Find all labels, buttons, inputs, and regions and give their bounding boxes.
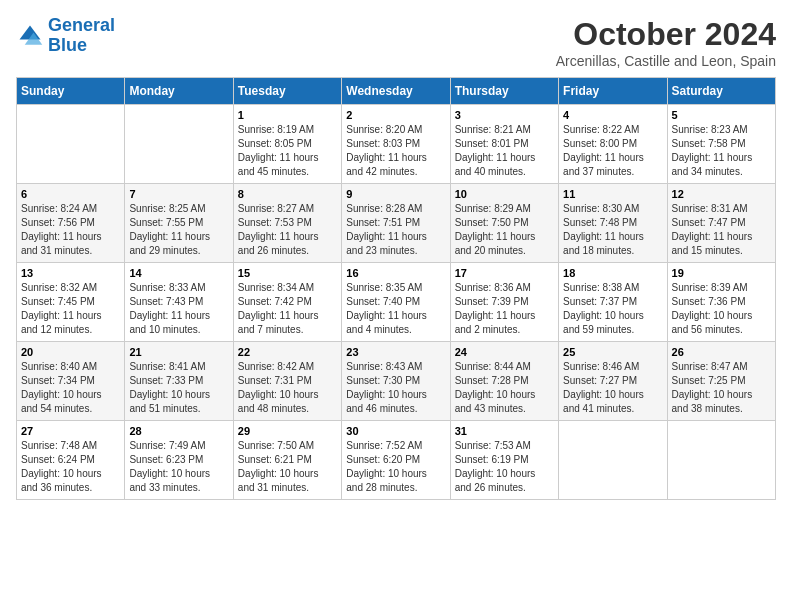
day-number: 31 (455, 425, 554, 437)
day-number: 24 (455, 346, 554, 358)
week-row-2: 6Sunrise: 8:24 AMSunset: 7:56 PMDaylight… (17, 184, 776, 263)
logo-text: General Blue (48, 16, 115, 56)
day-number: 14 (129, 267, 228, 279)
day-cell: 3Sunrise: 8:21 AMSunset: 8:01 PMDaylight… (450, 105, 558, 184)
day-cell: 26Sunrise: 8:47 AMSunset: 7:25 PMDayligh… (667, 342, 775, 421)
col-header-sunday: Sunday (17, 78, 125, 105)
day-number: 28 (129, 425, 228, 437)
logo-icon (16, 22, 44, 50)
day-detail: Sunrise: 8:24 AMSunset: 7:56 PMDaylight:… (21, 202, 120, 258)
day-number: 25 (563, 346, 662, 358)
day-cell: 4Sunrise: 8:22 AMSunset: 8:00 PMDaylight… (559, 105, 667, 184)
day-number: 26 (672, 346, 771, 358)
day-cell: 16Sunrise: 8:35 AMSunset: 7:40 PMDayligh… (342, 263, 450, 342)
day-detail: Sunrise: 8:47 AMSunset: 7:25 PMDaylight:… (672, 360, 771, 416)
day-number: 12 (672, 188, 771, 200)
day-number: 8 (238, 188, 337, 200)
day-cell: 30Sunrise: 7:52 AMSunset: 6:20 PMDayligh… (342, 421, 450, 500)
col-header-thursday: Thursday (450, 78, 558, 105)
day-cell: 24Sunrise: 8:44 AMSunset: 7:28 PMDayligh… (450, 342, 558, 421)
day-detail: Sunrise: 7:50 AMSunset: 6:21 PMDaylight:… (238, 439, 337, 495)
page-header: General Blue October 2024 Arcenillas, Ca… (16, 16, 776, 69)
location: Arcenillas, Castille and Leon, Spain (556, 53, 776, 69)
day-cell: 11Sunrise: 8:30 AMSunset: 7:48 PMDayligh… (559, 184, 667, 263)
day-number: 5 (672, 109, 771, 121)
day-cell: 29Sunrise: 7:50 AMSunset: 6:21 PMDayligh… (233, 421, 341, 500)
week-row-4: 20Sunrise: 8:40 AMSunset: 7:34 PMDayligh… (17, 342, 776, 421)
day-cell: 6Sunrise: 8:24 AMSunset: 7:56 PMDaylight… (17, 184, 125, 263)
day-number: 18 (563, 267, 662, 279)
title-block: October 2024 Arcenillas, Castille and Le… (556, 16, 776, 69)
day-detail: Sunrise: 8:23 AMSunset: 7:58 PMDaylight:… (672, 123, 771, 179)
week-row-1: 1Sunrise: 8:19 AMSunset: 8:05 PMDaylight… (17, 105, 776, 184)
day-number: 16 (346, 267, 445, 279)
day-number: 27 (21, 425, 120, 437)
day-cell: 18Sunrise: 8:38 AMSunset: 7:37 PMDayligh… (559, 263, 667, 342)
day-cell: 10Sunrise: 8:29 AMSunset: 7:50 PMDayligh… (450, 184, 558, 263)
day-cell: 5Sunrise: 8:23 AMSunset: 7:58 PMDaylight… (667, 105, 775, 184)
day-cell (559, 421, 667, 500)
day-detail: Sunrise: 7:49 AMSunset: 6:23 PMDaylight:… (129, 439, 228, 495)
day-detail: Sunrise: 8:38 AMSunset: 7:37 PMDaylight:… (563, 281, 662, 337)
day-number: 19 (672, 267, 771, 279)
day-detail: Sunrise: 8:36 AMSunset: 7:39 PMDaylight:… (455, 281, 554, 337)
day-detail: Sunrise: 8:34 AMSunset: 7:42 PMDaylight:… (238, 281, 337, 337)
day-cell: 22Sunrise: 8:42 AMSunset: 7:31 PMDayligh… (233, 342, 341, 421)
col-header-saturday: Saturday (667, 78, 775, 105)
col-header-monday: Monday (125, 78, 233, 105)
day-cell (125, 105, 233, 184)
day-detail: Sunrise: 8:30 AMSunset: 7:48 PMDaylight:… (563, 202, 662, 258)
day-number: 13 (21, 267, 120, 279)
day-number: 3 (455, 109, 554, 121)
day-cell: 7Sunrise: 8:25 AMSunset: 7:55 PMDaylight… (125, 184, 233, 263)
day-detail: Sunrise: 7:48 AMSunset: 6:24 PMDaylight:… (21, 439, 120, 495)
day-detail: Sunrise: 8:31 AMSunset: 7:47 PMDaylight:… (672, 202, 771, 258)
day-number: 10 (455, 188, 554, 200)
day-cell (667, 421, 775, 500)
day-cell: 17Sunrise: 8:36 AMSunset: 7:39 PMDayligh… (450, 263, 558, 342)
col-header-wednesday: Wednesday (342, 78, 450, 105)
day-number: 6 (21, 188, 120, 200)
day-number: 22 (238, 346, 337, 358)
day-number: 20 (21, 346, 120, 358)
day-number: 7 (129, 188, 228, 200)
day-cell: 25Sunrise: 8:46 AMSunset: 7:27 PMDayligh… (559, 342, 667, 421)
day-cell: 13Sunrise: 8:32 AMSunset: 7:45 PMDayligh… (17, 263, 125, 342)
day-cell: 15Sunrise: 8:34 AMSunset: 7:42 PMDayligh… (233, 263, 341, 342)
day-cell: 31Sunrise: 7:53 AMSunset: 6:19 PMDayligh… (450, 421, 558, 500)
day-detail: Sunrise: 7:52 AMSunset: 6:20 PMDaylight:… (346, 439, 445, 495)
day-number: 17 (455, 267, 554, 279)
day-cell: 21Sunrise: 8:41 AMSunset: 7:33 PMDayligh… (125, 342, 233, 421)
day-detail: Sunrise: 8:25 AMSunset: 7:55 PMDaylight:… (129, 202, 228, 258)
day-number: 2 (346, 109, 445, 121)
day-cell (17, 105, 125, 184)
day-number: 4 (563, 109, 662, 121)
calendar-table: SundayMondayTuesdayWednesdayThursdayFrid… (16, 77, 776, 500)
day-detail: Sunrise: 8:29 AMSunset: 7:50 PMDaylight:… (455, 202, 554, 258)
day-detail: Sunrise: 8:32 AMSunset: 7:45 PMDaylight:… (21, 281, 120, 337)
month-title: October 2024 (556, 16, 776, 53)
day-detail: Sunrise: 8:46 AMSunset: 7:27 PMDaylight:… (563, 360, 662, 416)
day-detail: Sunrise: 8:22 AMSunset: 8:00 PMDaylight:… (563, 123, 662, 179)
day-detail: Sunrise: 8:21 AMSunset: 8:01 PMDaylight:… (455, 123, 554, 179)
day-cell: 12Sunrise: 8:31 AMSunset: 7:47 PMDayligh… (667, 184, 775, 263)
day-detail: Sunrise: 8:41 AMSunset: 7:33 PMDaylight:… (129, 360, 228, 416)
day-cell: 1Sunrise: 8:19 AMSunset: 8:05 PMDaylight… (233, 105, 341, 184)
day-cell: 27Sunrise: 7:48 AMSunset: 6:24 PMDayligh… (17, 421, 125, 500)
day-cell: 14Sunrise: 8:33 AMSunset: 7:43 PMDayligh… (125, 263, 233, 342)
logo: General Blue (16, 16, 115, 56)
day-detail: Sunrise: 8:20 AMSunset: 8:03 PMDaylight:… (346, 123, 445, 179)
day-number: 15 (238, 267, 337, 279)
week-row-5: 27Sunrise: 7:48 AMSunset: 6:24 PMDayligh… (17, 421, 776, 500)
day-detail: Sunrise: 8:19 AMSunset: 8:05 PMDaylight:… (238, 123, 337, 179)
day-detail: Sunrise: 8:39 AMSunset: 7:36 PMDaylight:… (672, 281, 771, 337)
col-header-tuesday: Tuesday (233, 78, 341, 105)
day-number: 9 (346, 188, 445, 200)
week-row-3: 13Sunrise: 8:32 AMSunset: 7:45 PMDayligh… (17, 263, 776, 342)
day-number: 30 (346, 425, 445, 437)
day-detail: Sunrise: 8:44 AMSunset: 7:28 PMDaylight:… (455, 360, 554, 416)
day-cell: 23Sunrise: 8:43 AMSunset: 7:30 PMDayligh… (342, 342, 450, 421)
day-detail: Sunrise: 8:42 AMSunset: 7:31 PMDaylight:… (238, 360, 337, 416)
day-number: 29 (238, 425, 337, 437)
col-header-friday: Friday (559, 78, 667, 105)
